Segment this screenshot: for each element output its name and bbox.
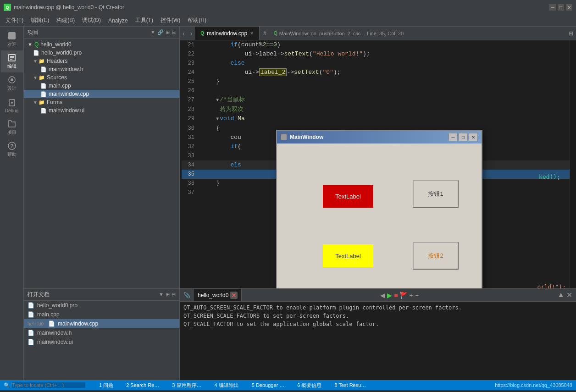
float-close-button[interactable]: ✕ [469,133,478,141]
pro-file-icon: 📄 [33,50,39,56]
minimize-button[interactable]: ─ [549,4,556,11]
tab-nav-next[interactable]: › [188,27,195,40]
status-tab-8[interactable]: 8 Test Resu… [332,382,369,388]
code-line-21: 21 if(count%2==0) [180,40,570,50]
doc-item-mainwindow-h[interactable]: 📄 mainwindow.h [24,328,179,337]
open-docs-collapse-icon[interactable]: ⊟ [172,292,176,298]
tree-item-pro[interactable]: 📄 hello_world0.pro [24,49,179,57]
doc-item-pro[interactable]: 📄 hello_world0.pro [24,301,179,310]
open-docs-content: 📄 hello_world0.pro 📄 main.cpp hel···ld0 … [24,301,179,380]
output-content: QT_AUTO_SCREEN_SCALE_FACTOR to enable pl… [180,302,576,380]
svg-text:?: ? [10,143,13,149]
sidebar-item-edit[interactable]: 编辑 [1,50,23,72]
sidebar-item-debug[interactable]: Debug [1,94,23,116]
maximize-button[interactable]: □ [558,4,564,11]
tab-mainwindow-cpp[interactable]: Q mainwindow.cpp ✕ [195,27,260,40]
window-title: mainwindow.cpp @ hello_world0 - Qt Creat… [14,4,549,11]
link-icon[interactable]: 🔗 [157,29,164,35]
menu-file[interactable]: 文件(F) [2,16,27,25]
output-add-icon[interactable]: + [410,292,413,299]
svg-rect-0 [8,32,16,39]
status-url[interactable]: https://blog.csdn.net/qq_43085848 [495,382,572,388]
float-maximize-button[interactable]: □ [459,133,468,141]
collapse-icon[interactable]: ⊟ [172,29,176,35]
expand-icon[interactable]: ⊞ [166,29,170,35]
code-line-23: 23 else [180,59,570,68]
menu-analyze[interactable]: Analyze [105,17,132,25]
output-panel: 📎 hello_world0 ✕ ◀ ▶ ■ 🚩 + − ▲ [180,288,576,380]
status-tab-2[interactable]: 2 Search Re… [123,382,162,388]
minimap[interactable] [570,40,576,288]
sidebar-item-welcome[interactable]: 欢迎 [1,28,23,50]
tree-item-main-cpp[interactable]: 📄 main.cpp [24,82,179,90]
tree-item-headers[interactable]: ▼ 📁 Headers [24,57,179,65]
code-line-26: 26 [180,86,570,95]
widget-button2[interactable]: 按钮2 [413,242,459,270]
widget-yellow-textlabel: TextLabel [323,244,373,267]
floating-mainwindow[interactable]: MainWindow ─ □ ✕ TextLabel [276,130,482,288]
window-controls[interactable]: ─ □ ✕ [549,4,572,11]
menu-build[interactable]: 构建(B) [53,16,78,25]
output-expand-icon[interactable]: ▲ [557,291,565,299]
menu-edit[interactable]: 编辑(E) [27,16,53,25]
tab-nav-prev[interactable]: ‹ [180,27,188,40]
tree-item-mainwindow-ui[interactable]: 📄 mainwindow.ui [24,106,179,115]
status-tab-6[interactable]: 6 概要信息 [294,382,324,389]
tree-item-mainwindow-h[interactable]: 📄 mainwindow.h [24,65,179,73]
menu-bar: 文件(F) 编辑(E) 构建(B) 调试(D) Analyze 工具(T) 控件… [0,15,576,27]
search-icon: 🔍 [4,382,10,388]
code-continuation-right: ked(); [539,173,560,180]
widget-button1[interactable]: 按钮1 [413,180,459,208]
output-line-2: QT_SCREEN_SCALE_FACTORS to set per-scree… [183,312,572,320]
headers-expand-icon[interactable]: ▼ [33,59,38,64]
doc-item-mainwindow-cpp[interactable]: hel···ld0 📄 mainwindow.cpp [24,319,179,328]
status-tab-4[interactable]: 4 编译输出 [212,382,242,389]
output-tab-app[interactable]: hello_world0 ✕ [194,289,242,301]
doc-item-mainwindow-ui[interactable]: 📄 mainwindow.ui [24,337,179,347]
open-docs-panel: 打开文档 ▼ ⊞ ⊟ 📄 hello_world0.pro 📄 main.cpp [24,288,179,380]
output-flag-icon[interactable]: 🚩 [400,292,408,299]
tree-item-forms[interactable]: ▼ 📁 Forms [24,98,179,106]
forms-expand-icon[interactable]: ▼ [33,100,38,105]
file-tree-header: 项目 ▼ 🔗 ⊞ ⊟ [24,27,179,39]
code-wrapper: 21 if(count%2==0) 22 ui->label->setText(… [180,40,576,288]
sidebar-item-project[interactable]: 项目 [1,116,23,138]
float-minimize-button[interactable]: ─ [449,133,458,141]
output-attach-icon[interactable]: 📎 [183,292,190,298]
status-tab-3[interactable]: 3 应用程序… [169,382,204,389]
output-tab-close-icon[interactable]: ✕ [230,292,238,299]
open-docs-filter-icon[interactable]: ▼ [159,292,164,298]
doc-item-main[interactable]: 📄 main.cpp [24,310,179,319]
sources-expand-icon[interactable]: ▼ [33,75,38,80]
menu-debug[interactable]: 调试(D) [78,16,105,25]
filter-icon[interactable]: ▼ [150,29,155,35]
sidebar-item-design[interactable]: 设计 [1,72,23,94]
widget-red-textlabel: TextLabel [323,185,373,208]
menu-help[interactable]: 帮助(H) [184,16,210,25]
tab-close-icon[interactable]: ✕ [250,31,254,36]
output-stop-icon[interactable]: ■ [394,292,398,299]
svg-point-8 [11,102,13,104]
sidebar-item-help[interactable]: ? 帮助 [1,138,23,160]
svg-point-6 [11,78,13,81]
expand-editor-icon[interactable]: ⊞ [569,30,573,37]
locate-input[interactable] [12,382,85,388]
tree-root[interactable]: ▼ Q hello_world0 [24,40,179,49]
open-docs-title: 打开文档 [28,291,50,298]
output-rewind-icon[interactable]: ◀ [380,292,385,299]
output-close-icon[interactable]: ✕ [566,291,572,299]
code-line-27: 27 ▼/*当鼠标 [180,95,570,105]
tree-item-mainwindow-cpp[interactable]: 📄 mainwindow.cpp [24,90,179,98]
open-docs-expand-icon[interactable]: ⊞ [166,292,170,298]
output-remove-icon[interactable]: − [415,292,419,299]
status-tab-5[interactable]: 5 Debugger … [249,382,288,388]
ui-file-icon: 📄 [40,108,47,114]
menu-tools[interactable]: 工具(T) [132,16,157,25]
output-play-icon[interactable]: ▶ [387,292,392,299]
menu-controls[interactable]: 控件(W) [157,16,184,25]
main-layout: 欢迎 编辑 设计 Debug 项目 ? 帮助 项目 ▼ 🔗 [0,27,576,380]
close-button[interactable]: ✕ [566,4,572,11]
status-tab-1[interactable]: 1 问题 [96,382,116,389]
tree-item-sources[interactable]: ▼ 📁 Sources [24,73,179,82]
breadcrumb: Q MainWindow::on_pushButton_2_clic… Line… [270,27,566,40]
